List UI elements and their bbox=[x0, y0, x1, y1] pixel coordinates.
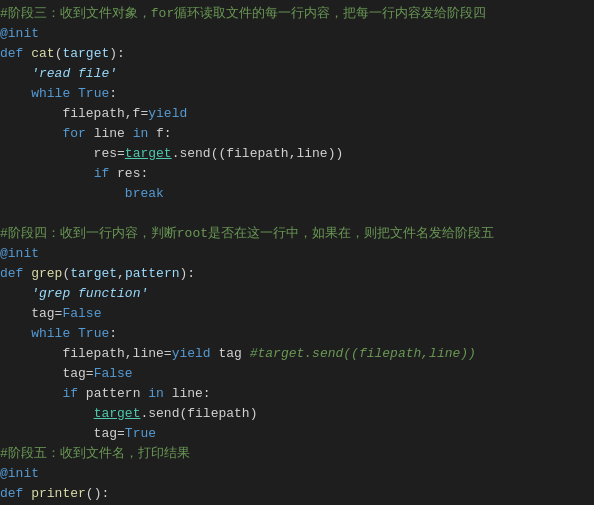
code-line bbox=[0, 204, 594, 224]
token-plain: tag= bbox=[0, 426, 125, 441]
token-keyword: break bbox=[125, 186, 164, 201]
token-plain: ): bbox=[109, 46, 125, 61]
token-false-val: False bbox=[94, 366, 133, 381]
code-line: @init bbox=[0, 244, 594, 264]
token-func-name: printer bbox=[31, 486, 86, 501]
token-param: target bbox=[62, 46, 109, 61]
code-line: while True: bbox=[0, 324, 594, 344]
token-string: 'grep function' bbox=[31, 286, 148, 301]
code-line: @init bbox=[0, 464, 594, 484]
token-decorator: @init bbox=[0, 246, 39, 261]
code-line: 'read file' bbox=[0, 64, 594, 84]
token-true-val: True bbox=[78, 86, 109, 101]
code-line: if pattern in line: bbox=[0, 384, 594, 404]
token-param: target bbox=[70, 266, 117, 281]
token-keyword: if bbox=[94, 166, 110, 181]
code-line: def printer(): bbox=[0, 484, 594, 504]
token-plain: (): bbox=[86, 486, 109, 501]
token-comment: #阶段三：收到文件对象， bbox=[0, 6, 151, 21]
token-comment: 循环读取文件的每一行内容，把每一行内容发给阶段四 bbox=[174, 6, 486, 21]
token-func-name: cat bbox=[31, 46, 54, 61]
token-plain: line: bbox=[164, 386, 211, 401]
token-keyword: def bbox=[0, 266, 31, 281]
token-target-link: target bbox=[125, 146, 172, 161]
token-target-link: target bbox=[94, 406, 141, 421]
token-plain: ): bbox=[179, 266, 195, 281]
code-editor: #阶段三：收到文件对象，for循环读取文件的每一行内容，把每一行内容发给阶段四@… bbox=[0, 0, 594, 505]
token-plain bbox=[70, 86, 78, 101]
code-line: filepath,f=yield bbox=[0, 104, 594, 124]
code-line: def cat(target): bbox=[0, 44, 594, 64]
token-plain: res= bbox=[0, 146, 125, 161]
token-keyword: def bbox=[0, 486, 31, 501]
code-line: res=target.send((filepath,line)) bbox=[0, 144, 594, 164]
token-plain: tag bbox=[211, 346, 250, 361]
token-true-val: True bbox=[78, 326, 109, 341]
code-line: def grep(target,pattern): bbox=[0, 264, 594, 284]
token-keyword: def bbox=[0, 46, 31, 61]
code-line: tag=False bbox=[0, 304, 594, 324]
token-plain bbox=[0, 126, 62, 141]
token-commented-code: #target.send((filepath,line)) bbox=[250, 346, 476, 361]
code-line: break bbox=[0, 184, 594, 204]
token-comment: #阶段四：收到一行内容，判断root是否在这一行中，如果在，则把文件名发给阶段五 bbox=[0, 226, 494, 241]
token-plain: : bbox=[109, 326, 117, 341]
token-plain bbox=[0, 386, 62, 401]
token-keyword: while bbox=[31, 326, 70, 341]
token-plain bbox=[0, 166, 94, 181]
token-plain: pattern bbox=[78, 386, 148, 401]
token-plain: filepath,line= bbox=[0, 346, 172, 361]
token-plain bbox=[0, 326, 31, 341]
token-keyword: if bbox=[62, 386, 78, 401]
token-decorator: @init bbox=[0, 26, 39, 41]
code-line: 'grep function' bbox=[0, 284, 594, 304]
token-func-name: grep bbox=[31, 266, 62, 281]
token-string: 'read file' bbox=[31, 66, 117, 81]
token-keyword: while bbox=[31, 86, 70, 101]
token-plain: tag= bbox=[0, 306, 62, 321]
token-plain: res: bbox=[109, 166, 148, 181]
token-plain bbox=[0, 66, 31, 81]
token-keyword: in bbox=[133, 126, 149, 141]
code-line: @init bbox=[0, 24, 594, 44]
code-line: filepath,line=yield tag #target.send((fi… bbox=[0, 344, 594, 364]
token-plain: line bbox=[86, 126, 133, 141]
code-line: while True: bbox=[0, 84, 594, 104]
token-plain: : bbox=[109, 86, 117, 101]
code-line: tag=False bbox=[0, 364, 594, 384]
token-keyword: yield bbox=[172, 346, 211, 361]
code-line: target.send(filepath) bbox=[0, 404, 594, 424]
token-false-val: False bbox=[62, 306, 101, 321]
code-line: for line in f: bbox=[0, 124, 594, 144]
token-true-val: True bbox=[125, 426, 156, 441]
token-plain bbox=[0, 406, 94, 421]
token-plain bbox=[70, 326, 78, 341]
token-plain: f: bbox=[148, 126, 171, 141]
code-line: if res: bbox=[0, 164, 594, 184]
token-plain bbox=[0, 186, 125, 201]
code-line: #阶段三：收到文件对象，for循环读取文件的每一行内容，把每一行内容发给阶段四 bbox=[0, 4, 594, 24]
token-plain: .send(filepath) bbox=[140, 406, 257, 421]
token-comment: #阶段五：收到文件名，打印结果 bbox=[0, 446, 190, 461]
token-keyword: in bbox=[148, 386, 164, 401]
token-keyword: yield bbox=[148, 106, 187, 121]
code-line: #阶段五：收到文件名，打印结果 bbox=[0, 444, 594, 464]
code-line: #阶段四：收到一行内容，判断root是否在这一行中，如果在，则把文件名发给阶段五 bbox=[0, 224, 594, 244]
token-keyword: for bbox=[62, 126, 85, 141]
token-plain: tag= bbox=[0, 366, 94, 381]
token-plain: , bbox=[117, 266, 125, 281]
token-comment: for bbox=[151, 6, 174, 21]
token-plain bbox=[0, 286, 31, 301]
token-plain: filepath,f= bbox=[0, 106, 148, 121]
token-plain bbox=[0, 86, 31, 101]
token-decorator: @init bbox=[0, 466, 39, 481]
code-line: tag=True bbox=[0, 424, 594, 444]
token-param: pattern bbox=[125, 266, 180, 281]
token-plain: .send((filepath,line)) bbox=[172, 146, 344, 161]
